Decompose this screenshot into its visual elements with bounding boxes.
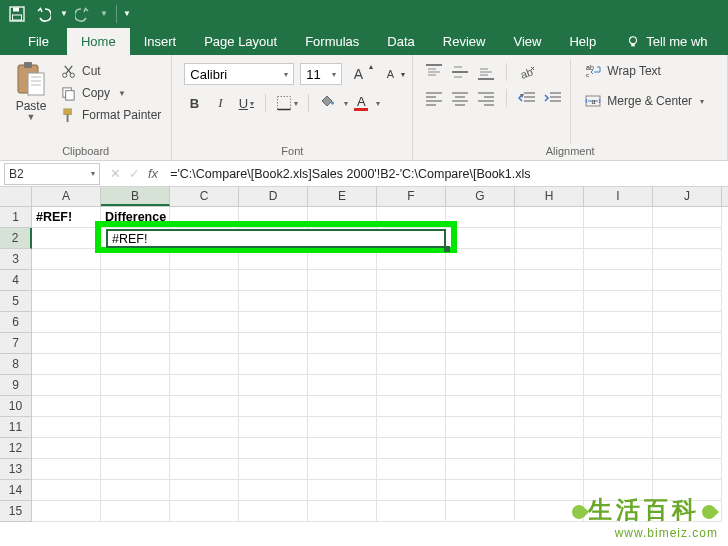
name-box[interactable]: B2 ▾ bbox=[4, 163, 100, 185]
cell[interactable] bbox=[515, 396, 584, 417]
cell[interactable] bbox=[308, 501, 377, 522]
cell[interactable] bbox=[515, 459, 584, 480]
cell[interactable] bbox=[515, 249, 584, 270]
cell[interactable] bbox=[515, 375, 584, 396]
undo-dropdown-icon[interactable]: ▼ bbox=[58, 3, 68, 25]
cell[interactable] bbox=[239, 333, 308, 354]
cell[interactable] bbox=[377, 438, 446, 459]
cell[interactable] bbox=[308, 249, 377, 270]
undo-icon[interactable] bbox=[32, 3, 54, 25]
cell[interactable] bbox=[308, 270, 377, 291]
cancel-formula-button[interactable]: ✕ bbox=[110, 166, 121, 181]
group-label-clipboard[interactable]: Clipboard bbox=[8, 143, 163, 160]
borders-button[interactable]: ▾ bbox=[275, 93, 299, 113]
cell[interactable] bbox=[446, 333, 515, 354]
insert-function-button[interactable]: fx bbox=[148, 166, 158, 181]
redo-icon[interactable] bbox=[72, 3, 94, 25]
cell[interactable] bbox=[239, 375, 308, 396]
col-header-e[interactable]: E bbox=[308, 187, 377, 206]
tab-review[interactable]: Review bbox=[429, 28, 500, 55]
cell[interactable] bbox=[377, 312, 446, 333]
cell[interactable]: #REF! bbox=[32, 207, 101, 228]
cell[interactable] bbox=[653, 270, 722, 291]
save-icon[interactable] bbox=[6, 3, 28, 25]
cell[interactable] bbox=[308, 396, 377, 417]
cell[interactable] bbox=[584, 375, 653, 396]
cell[interactable] bbox=[32, 375, 101, 396]
cell[interactable] bbox=[101, 480, 170, 501]
cell[interactable] bbox=[446, 354, 515, 375]
cell[interactable] bbox=[308, 459, 377, 480]
cell[interactable] bbox=[584, 459, 653, 480]
row-header[interactable]: 4 bbox=[0, 270, 32, 291]
cell[interactable] bbox=[446, 249, 515, 270]
cell[interactable] bbox=[239, 501, 308, 522]
cell[interactable] bbox=[32, 228, 101, 249]
cell[interactable] bbox=[239, 480, 308, 501]
tab-data[interactable]: Data bbox=[373, 28, 428, 55]
align-bottom-button[interactable] bbox=[477, 64, 495, 80]
col-header-g[interactable]: G bbox=[446, 187, 515, 206]
cell[interactable] bbox=[170, 375, 239, 396]
tab-insert[interactable]: Insert bbox=[130, 28, 191, 55]
cell[interactable] bbox=[446, 291, 515, 312]
cut-button[interactable]: Cut bbox=[60, 63, 161, 79]
cell[interactable] bbox=[101, 291, 170, 312]
col-header-a[interactable]: A bbox=[32, 187, 101, 206]
select-all-button[interactable] bbox=[0, 187, 32, 206]
cell[interactable] bbox=[239, 249, 308, 270]
tab-formulas[interactable]: Formulas bbox=[291, 28, 373, 55]
cell[interactable] bbox=[446, 396, 515, 417]
cell[interactable] bbox=[377, 207, 446, 228]
font-size-combo[interactable]: 11 ▾ bbox=[300, 63, 342, 85]
row-header[interactable]: 12 bbox=[0, 438, 32, 459]
col-header-d[interactable]: D bbox=[239, 187, 308, 206]
cell[interactable] bbox=[170, 417, 239, 438]
cell[interactable] bbox=[446, 312, 515, 333]
cell[interactable] bbox=[239, 354, 308, 375]
cell[interactable] bbox=[515, 354, 584, 375]
cell[interactable] bbox=[653, 396, 722, 417]
underline-button[interactable]: U▾ bbox=[236, 93, 256, 113]
cell[interactable] bbox=[584, 501, 653, 522]
cell[interactable] bbox=[101, 417, 170, 438]
row-header[interactable]: 11 bbox=[0, 417, 32, 438]
cell[interactable] bbox=[239, 438, 308, 459]
cell[interactable] bbox=[170, 354, 239, 375]
tab-page-layout[interactable]: Page Layout bbox=[190, 28, 291, 55]
cell[interactable] bbox=[653, 417, 722, 438]
increase-font-size-button[interactable]: A▴ bbox=[348, 64, 368, 84]
orientation-button[interactable]: ab▾ bbox=[518, 64, 536, 80]
row-header[interactable]: 14 bbox=[0, 480, 32, 501]
cell[interactable] bbox=[101, 459, 170, 480]
cell[interactable] bbox=[32, 249, 101, 270]
row-header[interactable]: 9 bbox=[0, 375, 32, 396]
cell[interactable] bbox=[170, 270, 239, 291]
cell[interactable] bbox=[239, 396, 308, 417]
cell[interactable] bbox=[515, 333, 584, 354]
row-header[interactable]: 5 bbox=[0, 291, 32, 312]
redo-dropdown-icon[interactable]: ▼ bbox=[98, 3, 108, 25]
cell[interactable] bbox=[239, 270, 308, 291]
cell[interactable] bbox=[584, 333, 653, 354]
cell[interactable] bbox=[170, 396, 239, 417]
col-header-b[interactable]: B bbox=[101, 187, 170, 206]
decrease-font-size-button[interactable]: A▾ bbox=[380, 64, 400, 84]
cell[interactable] bbox=[653, 207, 722, 228]
cell[interactable] bbox=[101, 249, 170, 270]
cell[interactable] bbox=[32, 270, 101, 291]
cell[interactable] bbox=[584, 312, 653, 333]
cell[interactable] bbox=[32, 396, 101, 417]
cell[interactable] bbox=[515, 438, 584, 459]
cell[interactable] bbox=[170, 333, 239, 354]
cell[interactable] bbox=[515, 291, 584, 312]
cell[interactable] bbox=[515, 417, 584, 438]
cell[interactable] bbox=[170, 501, 239, 522]
fill-handle[interactable] bbox=[444, 246, 450, 252]
align-left-button[interactable] bbox=[425, 90, 443, 106]
cell[interactable] bbox=[584, 228, 653, 249]
cell[interactable] bbox=[170, 459, 239, 480]
format-painter-button[interactable]: Format Painter bbox=[60, 107, 161, 123]
row-header[interactable]: 8 bbox=[0, 354, 32, 375]
cell[interactable] bbox=[170, 438, 239, 459]
